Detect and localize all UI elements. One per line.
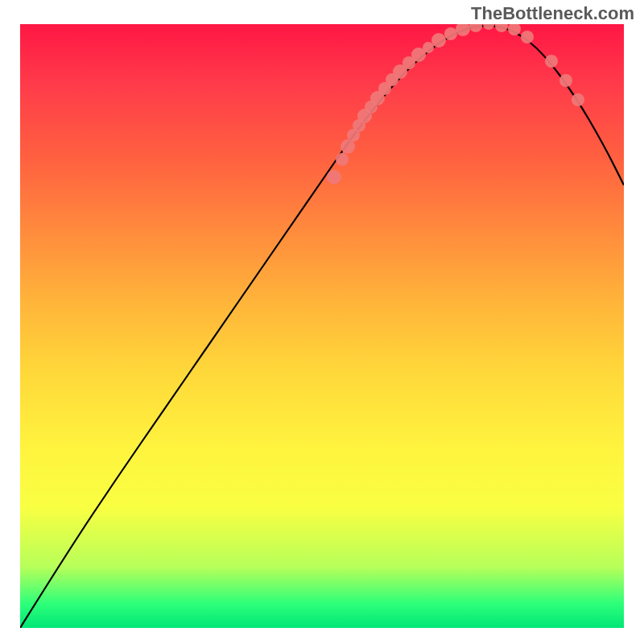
data-markers-group — [327, 24, 584, 184]
chart-area — [20, 24, 624, 628]
bottleneck-curve-line — [20, 26, 624, 628]
data-marker — [423, 42, 434, 53]
data-marker — [336, 153, 349, 166]
data-marker — [545, 55, 558, 68]
data-marker — [469, 24, 482, 32]
data-marker — [495, 24, 508, 32]
data-marker — [521, 31, 534, 43]
data-marker — [572, 93, 584, 106]
data-marker — [483, 24, 494, 30]
watermark-text: TheBottleneck.com — [471, 3, 634, 24]
data-marker — [559, 74, 572, 87]
data-marker — [327, 170, 341, 184]
data-marker — [431, 33, 446, 47]
data-marker — [444, 27, 457, 40]
data-marker — [456, 24, 470, 36]
chart-svg — [20, 24, 624, 628]
